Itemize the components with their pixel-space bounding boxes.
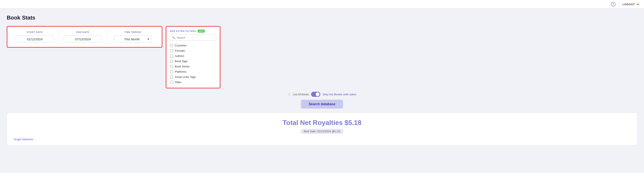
only-sales-text: Only list Books with sales bbox=[322, 93, 356, 96]
authors-label[interactable]: Authors bbox=[175, 54, 184, 57]
warning-icon: ⚠ bbox=[288, 92, 291, 96]
books-with-sales-toggle[interactable] bbox=[311, 92, 320, 97]
extra-filters-header: ADD EXTRA FILTERS NEW bbox=[170, 30, 216, 32]
filter-item-book-series: Book Series bbox=[170, 64, 216, 69]
time-period-label: TIME PERIOD bbox=[124, 31, 141, 33]
smart-links-tags-label[interactable]: Smart Links Tags bbox=[175, 75, 196, 79]
end-date-input[interactable] bbox=[64, 35, 102, 43]
list-all-books-text: List All Books bbox=[293, 93, 309, 96]
time-period-select[interactable]: This Month Last Month This Year Last Yea… bbox=[114, 35, 152, 43]
time-period-field: TIME PERIOD This Month Last Month This Y… bbox=[107, 29, 158, 44]
extra-filters-search-input[interactable] bbox=[177, 36, 214, 39]
list-toggle-row: ⚠ List All Books Only list Books with sa… bbox=[7, 92, 637, 97]
start-date-field: START DATE bbox=[11, 29, 59, 44]
book-series-label[interactable]: Book Series bbox=[175, 65, 190, 68]
nav-divider bbox=[619, 2, 619, 7]
best-date-badge: Best Date: 02/12/2024 ($3.13) bbox=[14, 129, 630, 134]
extra-filters-search-field[interactable]: 🔍 bbox=[170, 35, 216, 41]
page-content: Book Stats START DATE END DATE TIME PERI… bbox=[0, 8, 644, 151]
new-badge: NEW bbox=[198, 30, 205, 32]
date-filter-box: START DATE END DATE TIME PERIOD This Mon… bbox=[7, 26, 162, 48]
filter-item-authors: Authors bbox=[170, 53, 216, 59]
authors-checkbox[interactable] bbox=[170, 55, 173, 57]
best-date-pill: Best Date: 02/12/2024 ($3.13) bbox=[300, 129, 344, 134]
filter-item-smart-links-tags: Smart Links Tags bbox=[170, 74, 216, 80]
filter-item-book-tags: Book Tags bbox=[170, 59, 216, 64]
end-date-label: END DATE bbox=[76, 31, 90, 33]
extra-filters-box: ADD EXTRA FILTERS NEW 🔍 Countries Format… bbox=[166, 26, 220, 88]
total-royalties-amount: $5.18 bbox=[344, 119, 361, 126]
toggle-slider bbox=[311, 92, 320, 97]
start-date-input[interactable] bbox=[16, 35, 54, 43]
filter-item-formats: Formats bbox=[170, 48, 216, 53]
book-series-checkbox[interactable] bbox=[170, 65, 173, 68]
filter-checkboxes: Countries Formats Authors Book Tags Book bbox=[170, 43, 216, 85]
start-date-label: START DATE bbox=[27, 31, 43, 33]
titles-checkbox[interactable] bbox=[170, 81, 173, 84]
titles-label[interactable]: Titles bbox=[175, 81, 181, 84]
top-nav: ? LOGOUT ➜ bbox=[0, 0, 644, 8]
end-date-field: END DATE bbox=[59, 29, 107, 44]
formats-checkbox[interactable] bbox=[170, 49, 173, 52]
logout-icon: ➜ bbox=[636, 2, 639, 6]
book-tags-label[interactable]: Book Tags bbox=[175, 60, 188, 63]
countries-checkbox[interactable] bbox=[170, 44, 173, 47]
extra-filters-label: ADD EXTRA FILTERS bbox=[170, 30, 196, 32]
page-title: Book Stats bbox=[7, 14, 637, 21]
smart-links-tags-checkbox[interactable] bbox=[170, 76, 173, 79]
logout-button[interactable]: LOGOUT ➜ bbox=[622, 2, 639, 6]
filter-item-countries: Countries bbox=[170, 43, 216, 48]
filter-item-titles: Titles bbox=[170, 80, 216, 85]
total-royalties-label: Total Net Royalties bbox=[283, 119, 343, 126]
filter-row: START DATE END DATE TIME PERIOD This Mon… bbox=[7, 26, 637, 88]
countries-label[interactable]: Countries bbox=[175, 44, 186, 47]
results-card: Total Net Royalties $5.18 Best Date: 02/… bbox=[7, 113, 637, 146]
logout-label: LOGOUT bbox=[622, 3, 635, 6]
total-royalties: Total Net Royalties $5.18 bbox=[14, 119, 630, 127]
search-db-row: Search database bbox=[7, 100, 637, 109]
filter-item-platforms: Platforms bbox=[170, 69, 216, 74]
formats-label[interactable]: Formats bbox=[175, 49, 185, 52]
graph-selection-link[interactable]: Graph Selection bbox=[14, 138, 33, 141]
book-tags-checkbox[interactable] bbox=[170, 60, 173, 63]
search-icon: 🔍 bbox=[172, 36, 176, 39]
help-icon[interactable]: ? bbox=[611, 2, 616, 6]
platforms-label[interactable]: Platforms bbox=[175, 70, 186, 73]
search-database-button[interactable]: Search database bbox=[301, 100, 343, 109]
platforms-checkbox[interactable] bbox=[170, 70, 173, 73]
